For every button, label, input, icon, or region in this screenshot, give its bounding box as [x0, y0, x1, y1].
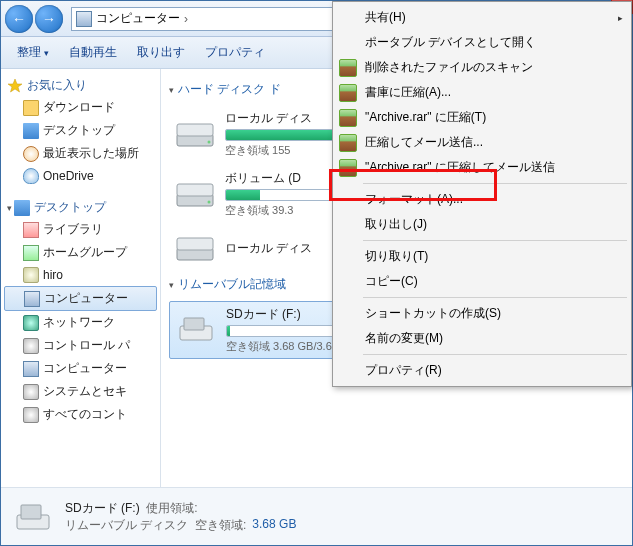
sidebar: お気に入り ダウンロード デスクトップ 最近表示した場所 OneDrive ▾ …: [1, 69, 161, 487]
expand-icon: ▾: [7, 203, 12, 213]
svg-rect-12: [184, 318, 204, 330]
allcontrol-icon: [23, 407, 39, 423]
menu-separator: [363, 297, 627, 298]
menu-compress-email[interactable]: 圧縮してメール送信...: [335, 130, 629, 155]
security-icon: [23, 384, 39, 400]
svg-rect-14: [21, 505, 41, 519]
menu-scan-deleted[interactable]: 削除されたファイルのスキャン: [335, 55, 629, 80]
menu-share[interactable]: 共有(H): [335, 5, 629, 30]
computer-icon: [24, 291, 40, 307]
sidebar-item-desktop[interactable]: デスクトップ: [1, 119, 160, 142]
status-title: SDカード (F:): [65, 500, 140, 517]
collapse-icon: ▾: [169, 280, 174, 290]
status-free-value: 3.68 GB: [252, 517, 296, 534]
breadcrumb-root[interactable]: コンピューター: [96, 10, 180, 27]
eject-button[interactable]: 取り出す: [129, 40, 193, 65]
library-icon: [23, 222, 39, 238]
context-menu: 共有(H) ポータブル デバイスとして開く 削除されたファイルのスキャン 書庫に…: [332, 1, 632, 387]
sdcard-icon: [174, 312, 218, 348]
sidebar-favorites-header[interactable]: お気に入り: [1, 75, 160, 96]
winrar-icon: [339, 159, 357, 177]
sidebar-favorites-label: お気に入り: [27, 77, 87, 94]
sidebar-item-allcontrol[interactable]: すべてのコント: [1, 403, 160, 426]
sidebar-item-user[interactable]: hiro: [1, 264, 160, 286]
menu-compress-rar-email[interactable]: "Archive.rar" に圧縮してメール送信: [335, 155, 629, 180]
network-icon: [23, 315, 39, 331]
sidebar-item-downloads[interactable]: ダウンロード: [1, 96, 160, 119]
collapse-icon: ▾: [169, 85, 174, 95]
back-button[interactable]: ←: [5, 5, 33, 33]
winrar-icon: [339, 59, 357, 77]
user-icon: [23, 267, 39, 283]
sidebar-item-computer[interactable]: コンピューター: [4, 286, 157, 311]
autoplay-button[interactable]: 自動再生: [61, 40, 125, 65]
menu-cut[interactable]: 切り取り(T): [335, 244, 629, 269]
explorer-window: × ← → コンピューター 整理 自動再生 取り出す プロパティ お気に入り: [0, 0, 633, 546]
sidebar-item-computer-2[interactable]: コンピューター: [1, 357, 160, 380]
folder-icon: [23, 100, 39, 116]
sidebar-item-homegroup[interactable]: ホームグループ: [1, 241, 160, 264]
menu-properties[interactable]: プロパティ(R): [335, 358, 629, 383]
sidebar-desktop-label: デスクトップ: [34, 199, 106, 216]
sdcard-icon: [11, 497, 55, 537]
sidebar-item-security[interactable]: システムとセキ: [1, 380, 160, 403]
hdd-icon: [173, 116, 217, 152]
sidebar-desktop-header[interactable]: ▾ デスクトップ: [1, 197, 160, 218]
status-used-label: 使用領域:: [146, 500, 197, 517]
menu-rename[interactable]: 名前の変更(M): [335, 326, 629, 351]
sidebar-item-onedrive[interactable]: OneDrive: [1, 165, 160, 187]
star-icon: [7, 78, 23, 94]
svg-point-8: [208, 201, 211, 204]
status-free-label: 空き領域:: [195, 517, 246, 534]
winrar-icon: [339, 84, 357, 102]
sidebar-item-network[interactable]: ネットワーク: [1, 311, 160, 334]
svg-rect-4: [177, 124, 213, 136]
sidebar-item-recent[interactable]: 最近表示した場所: [1, 142, 160, 165]
menu-open-portable[interactable]: ポータブル デバイスとして開く: [335, 30, 629, 55]
status-bar: SDカード (F:) 使用領域: リムーバブル ディスク 空き領域:3.68 G…: [1, 487, 632, 545]
breadcrumb-chevron-icon[interactable]: [180, 12, 192, 26]
computer-icon: [76, 11, 92, 27]
hdd-icon: [173, 176, 217, 212]
winrar-icon: [339, 109, 357, 127]
menu-format[interactable]: フォーマット(A)...: [335, 187, 629, 212]
svg-rect-7: [177, 184, 213, 196]
winrar-icon: [339, 134, 357, 152]
menu-copy[interactable]: コピー(C): [335, 269, 629, 294]
desktop-icon: [23, 123, 39, 139]
organize-menu[interactable]: 整理: [9, 40, 57, 65]
menu-compress-to-rar[interactable]: "Archive.rar" に圧縮(T): [335, 105, 629, 130]
sidebar-item-libraries[interactable]: ライブラリ: [1, 218, 160, 241]
sidebar-item-controlpanel[interactable]: コントロール パ: [1, 334, 160, 357]
desktop-icon: [14, 200, 30, 216]
homegroup-icon: [23, 245, 39, 261]
menu-eject[interactable]: 取り出し(J): [335, 212, 629, 237]
menu-separator: [363, 183, 627, 184]
control-icon: [23, 338, 39, 354]
svg-point-5: [208, 141, 211, 144]
properties-button[interactable]: プロパティ: [197, 40, 273, 65]
menu-add-archive[interactable]: 書庫に圧縮(A)...: [335, 80, 629, 105]
menu-separator: [363, 354, 627, 355]
status-subtitle: リムーバブル ディスク: [65, 517, 188, 534]
svg-marker-2: [8, 79, 22, 92]
forward-button[interactable]: →: [35, 5, 63, 33]
onedrive-icon: [23, 168, 39, 184]
menu-create-shortcut[interactable]: ショートカットの作成(S): [335, 301, 629, 326]
recent-icon: [23, 146, 39, 162]
hdd-icon: [173, 230, 217, 266]
svg-rect-10: [177, 238, 213, 250]
menu-separator: [363, 240, 627, 241]
computer-icon: [23, 361, 39, 377]
